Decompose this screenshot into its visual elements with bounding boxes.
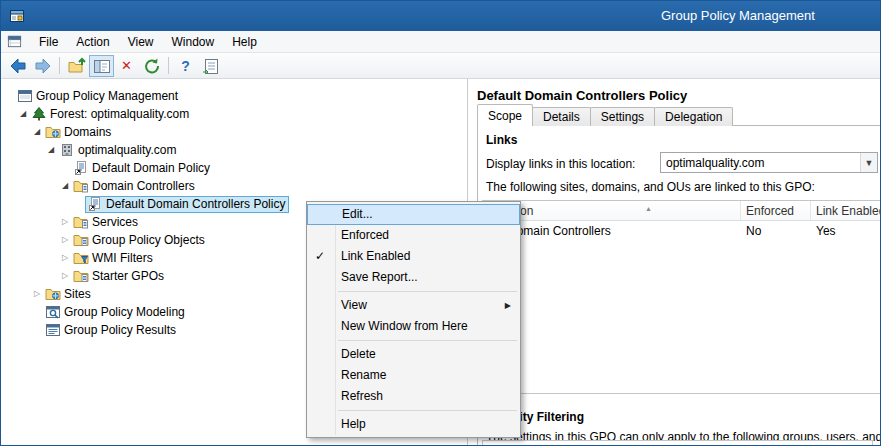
tree-label: Sites [64,287,91,301]
column-header-location[interactable]: Location [483,201,741,220]
menu-item-new-window-from-here[interactable]: New Window from Here [307,316,520,337]
tree-item-default-domain-policy[interactable]: Default Domain Policy [1,159,467,177]
toolbar-separator [59,57,60,74]
column-header-enforced[interactable]: Enforced [741,201,811,220]
tree-item-domain-controllers[interactable]: Domain Controllers [1,177,467,195]
forest-icon [31,107,47,121]
expander-icon[interactable] [59,231,71,249]
toolbar-separator [168,57,169,74]
menu-item-help[interactable]: Help [307,414,520,435]
linked-gpo-list: Location Enforced Link Enabled Domain Co… [482,200,881,394]
expander-icon[interactable] [45,141,57,159]
tree-label: Services [92,215,138,229]
tree-item-group-policy-management[interactable]: Group Policy Management [1,87,467,105]
dropdown-arrow-icon[interactable] [860,153,877,172]
tree-label: Group Policy Results [64,323,176,337]
forward-icon[interactable] [30,55,55,77]
gpo-icon [73,161,89,175]
links-intro-text: The following sites, domains, and OUs ar… [486,180,815,194]
tree-label: Domains [64,125,111,139]
sites-folder-icon [45,287,61,301]
ou-folder-icon [73,179,89,193]
tree-label: Group Policy Modeling [64,305,185,319]
window-title: Group Policy Management [661,8,815,23]
menu-help[interactable]: Help [223,32,266,52]
up-one-level-icon[interactable] [64,55,89,77]
gpmc-window: Group Policy Management File Action View… [0,0,881,446]
tree-label: Starter GPOs [92,269,164,283]
title-bar: Group Policy Management [1,1,880,31]
help-icon[interactable]: ? [173,55,198,77]
menu-view[interactable]: View [119,32,163,52]
list-header: Location Enforced Link Enabled [483,201,881,221]
export-list-icon[interactable] [198,55,223,77]
menu-item-delete[interactable]: Delete [307,344,520,365]
tab-delegation[interactable]: Delegation [654,107,733,126]
tab-scope[interactable]: Scope [477,104,533,126]
linked-gpo-row[interactable]: Domain Controllers No Yes [483,221,881,240]
context-menu: Edit... Enforced Link Enabled Save Repor… [306,201,521,438]
refresh-icon[interactable] [139,55,164,77]
tab-details[interactable]: Details [532,107,591,126]
sort-ascending-icon [645,205,652,212]
column-header-link-enabled[interactable]: Link Enabled [811,201,881,220]
menu-item-edit[interactable]: Edit... [307,204,520,225]
display-links-label: Display links in this location: [486,157,635,171]
menu-separator [307,288,520,295]
gpo-folder-icon [73,233,89,247]
tree-label: Domain Controllers [92,179,195,193]
ou-folder-icon [73,215,89,229]
expander-icon[interactable] [31,285,43,303]
menu-window[interactable]: Window [163,32,224,52]
expander-icon[interactable] [59,267,71,285]
details-pane: Default Domain Controllers Policy Scope … [469,79,880,445]
tree-label: Group Policy Objects [92,233,205,247]
menu-item-enforced[interactable]: Enforced [307,225,520,246]
domain-icon [59,143,75,157]
console-window-icon [7,34,22,49]
menu-bar: File Action View Window Help [1,31,880,53]
tree-item-domain-optimalquality[interactable]: optimalquality.com [1,141,467,159]
menu-item-view[interactable]: View [307,295,520,316]
expander-icon[interactable] [59,177,71,195]
starter-gpo-folder-icon [73,269,89,283]
expander-icon[interactable] [59,213,71,231]
menu-item-refresh[interactable]: Refresh [307,386,520,407]
back-icon[interactable] [5,55,30,77]
modeling-icon [45,305,61,319]
tree-label: optimalquality.com [78,143,176,157]
show-hide-console-tree-icon[interactable] [89,55,114,77]
console-icon [17,89,33,103]
expander-icon[interactable] [31,123,43,141]
menu-item-rename[interactable]: Rename [307,365,520,386]
tree-label: Group Policy Management [36,89,178,103]
links-heading: Links [486,133,517,147]
menu-item-save-report[interactable]: Save Report... [307,267,520,288]
menu-action[interactable]: Action [67,32,118,52]
results-icon [45,323,61,337]
tree-label: Default Domain Controllers Policy [106,197,285,211]
tab-settings[interactable]: Settings [590,107,655,126]
expander-icon[interactable] [17,105,29,123]
menu-item-link-enabled[interactable]: Link Enabled [307,246,520,267]
menu-file[interactable]: File [30,32,67,52]
cell-link-enabled: Yes [811,224,881,238]
location-combobox[interactable]: optimalquality.com [660,152,878,173]
menu-separator [307,337,520,344]
tree-item-forest[interactable]: Forest: optimalquality.com [1,105,467,123]
domains-folder-icon [45,125,61,139]
cell-location: Domain Controllers [508,224,611,238]
tree-label: WMI Filters [92,251,153,265]
location-combobox-value: optimalquality.com [661,156,860,170]
menu-separator [307,407,520,414]
gpo-title: Default Domain Controllers Policy [477,88,687,103]
tree-item-domains[interactable]: Domains [1,123,467,141]
scope-tab-page: Links Display links in this location: op… [477,125,881,446]
tree-label: Forest: optimalquality.com [50,107,189,121]
toolbar: ✕ ? [1,53,880,79]
delete-icon[interactable]: ✕ [114,55,139,77]
security-filtering-list[interactable] [482,440,873,446]
app-icon [9,8,25,24]
expander-icon[interactable] [59,249,71,267]
wmi-folder-icon [73,251,89,265]
